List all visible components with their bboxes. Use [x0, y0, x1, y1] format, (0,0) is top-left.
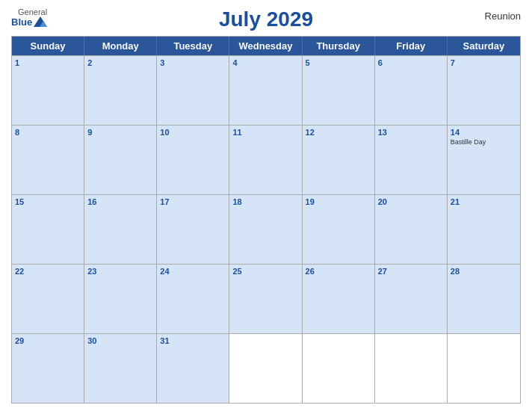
- day-number: 31: [160, 336, 226, 345]
- calendar-cell: 24: [157, 265, 229, 333]
- calendar-cell: 8: [12, 126, 84, 194]
- day-number: 29: [15, 336, 81, 345]
- calendar: SundayMondayTuesdayWednesdayThursdayFrid…: [11, 36, 521, 404]
- calendar-cell: 11: [229, 126, 302, 194]
- day-number: 2: [87, 58, 153, 67]
- calendar-week-row: 15161718192021: [12, 194, 520, 264]
- day-number: 3: [160, 58, 226, 67]
- day-number: 14: [451, 128, 517, 137]
- day-number: 1: [15, 58, 81, 67]
- calendar-cell: 10: [157, 126, 229, 194]
- logo-blue-text: Blue: [11, 17, 32, 28]
- calendar-cell: 15: [12, 195, 84, 264]
- calendar-header-row: SundayMondayTuesdayWednesdayThursdayFrid…: [12, 37, 520, 55]
- calendar-cell: 3: [157, 56, 229, 125]
- calendar-cell: 27: [375, 265, 448, 333]
- day-number: 26: [306, 267, 371, 276]
- calendar-cell: 17: [157, 195, 229, 264]
- weekday-header: Sunday: [12, 37, 84, 55]
- day-number: 9: [87, 128, 153, 137]
- header: General Blue July 2029 Reunion: [11, 7, 521, 31]
- calendar-cell: [448, 334, 520, 403]
- calendar-cell: 9: [84, 126, 157, 194]
- day-number: 13: [378, 128, 444, 137]
- day-number: 17: [160, 197, 226, 206]
- calendar-week-row: 22232425262728: [12, 264, 520, 333]
- calendar-cell: 26: [303, 265, 375, 333]
- calendar-cell: 30: [84, 334, 157, 403]
- calendar-cell: 6: [375, 56, 448, 125]
- calendar-cell: 23: [84, 265, 157, 333]
- calendar-cell: [375, 334, 448, 403]
- weekday-header: Tuesday: [157, 37, 229, 55]
- logo-general-text: General: [18, 7, 47, 16]
- day-number: 23: [87, 267, 153, 276]
- calendar-cell: 29: [12, 334, 84, 403]
- calendar-cell: 5: [303, 56, 375, 125]
- weekday-header: Thursday: [303, 37, 375, 55]
- day-number: 8: [15, 128, 81, 137]
- logo-icon: [34, 16, 47, 28]
- weekday-header: Saturday: [448, 37, 520, 55]
- day-number: 22: [15, 267, 81, 276]
- calendar-cell: [229, 334, 302, 403]
- calendar-week-row: 1234567: [12, 55, 520, 125]
- page-title: July 2029: [219, 7, 313, 31]
- day-number: 18: [232, 197, 298, 206]
- calendar-cell: 7: [448, 56, 520, 125]
- calendar-cell: 19: [303, 195, 375, 264]
- region-label: Reunion: [485, 10, 521, 22]
- day-number: 19: [306, 197, 371, 206]
- day-number: 7: [451, 58, 517, 67]
- calendar-cell: 1: [12, 56, 84, 125]
- calendar-cell: 2: [84, 56, 157, 125]
- calendar-cell: 28: [448, 265, 520, 333]
- calendar-cell: 20: [375, 195, 448, 264]
- day-number: 30: [87, 336, 153, 345]
- calendar-cell: 31: [157, 334, 229, 403]
- calendar-cell: 25: [229, 265, 302, 333]
- day-number: 4: [232, 58, 298, 67]
- day-number: 25: [232, 267, 298, 276]
- calendar-cell: 16: [84, 195, 157, 264]
- day-number: 27: [378, 267, 444, 276]
- day-number: 11: [232, 128, 298, 137]
- page: General Blue July 2029 Reunion SundayMon…: [0, 0, 532, 411]
- calendar-week-row: 891011121314Bastille Day: [12, 125, 520, 194]
- calendar-cell: 4: [229, 56, 302, 125]
- day-number: 21: [451, 197, 517, 206]
- weekday-header: Wednesday: [229, 37, 302, 55]
- day-number: 5: [306, 58, 371, 67]
- day-number: 20: [378, 197, 444, 206]
- day-number: 28: [451, 267, 517, 276]
- day-number: 6: [378, 58, 444, 67]
- calendar-cell: 12: [303, 126, 375, 194]
- day-number: 10: [160, 128, 226, 137]
- calendar-cell: [303, 334, 375, 403]
- day-number: 16: [87, 197, 153, 206]
- weekday-header: Friday: [375, 37, 448, 55]
- calendar-cell: 22: [12, 265, 84, 333]
- day-number: 24: [160, 267, 226, 276]
- calendar-cell: 21: [448, 195, 520, 264]
- calendar-cell: 13: [375, 126, 448, 194]
- logo: General Blue: [11, 7, 47, 28]
- calendar-body: 1234567891011121314Bastille Day151617181…: [12, 55, 520, 403]
- calendar-cell: 18: [229, 195, 302, 264]
- day-number: 12: [306, 128, 371, 137]
- calendar-week-row: 293031: [12, 333, 520, 403]
- day-number: 15: [15, 197, 81, 206]
- calendar-cell: 14Bastille Day: [448, 126, 520, 194]
- event-label: Bastille Day: [451, 138, 517, 146]
- weekday-header: Monday: [84, 37, 157, 55]
